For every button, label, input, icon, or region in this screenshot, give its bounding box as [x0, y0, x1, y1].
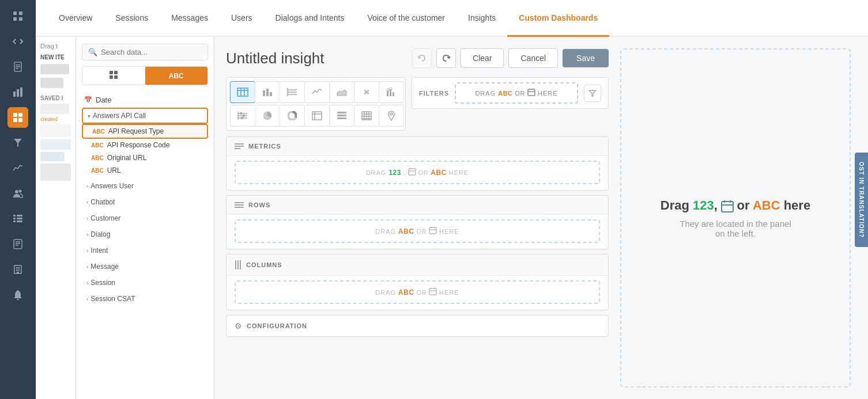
donut-chart-btn[interactable] — [280, 105, 305, 127]
filters-drag-zone[interactable]: DRAG ABC OR HERE — [455, 82, 578, 104]
drag-abc-label-filter: DRAG — [475, 90, 496, 97]
dialog-group: › Dialog — [82, 227, 208, 241]
dialog-header[interactable]: › Dialog — [82, 227, 208, 241]
session-csat-label: Session CSAT — [90, 295, 135, 303]
url-item[interactable]: ABC URL — [82, 164, 208, 177]
svg-rect-70 — [337, 117, 346, 119]
sidebar-icon-bell[interactable] — [7, 284, 28, 305]
svg-rect-10 — [20, 88, 22, 97]
pie-chart-btn[interactable] — [255, 105, 280, 127]
date-header[interactable]: 📅 Date — [82, 92, 208, 108]
answers-api-call-label: Answers API Call — [93, 112, 146, 120]
search-bar[interactable]: 🔍 — [82, 44, 208, 60]
table-chart-btn[interactable] — [230, 81, 255, 103]
sidebar-icon-report[interactable] — [7, 56, 28, 77]
svg-rect-23 — [14, 240, 22, 249]
rows-drag-zone[interactable]: DRAG ABC OR HERE — [235, 219, 600, 243]
original-url-item[interactable]: ABC Original URL — [82, 151, 208, 164]
filters-label: FILTERS — [419, 90, 449, 97]
nav-sessions[interactable]: Sessions — [104, 0, 160, 37]
map-chart-btn[interactable] — [379, 105, 404, 127]
flat-chart-btn[interactable] — [354, 105, 379, 127]
stacked-chart-btn[interactable] — [280, 81, 305, 103]
answers-user-header[interactable]: › Answers User — [82, 179, 208, 193]
drop-panel: Drag 123, or ABC here They are located i… — [620, 48, 851, 387]
chatbot-header[interactable]: › Chatbot — [82, 195, 208, 209]
dot-chart-btn[interactable] — [230, 105, 255, 127]
nav-custom-dashboards[interactable]: Custom Dashboards — [507, 0, 609, 37]
svg-rect-14 — [18, 118, 22, 122]
line-chart-btn[interactable] — [304, 81, 330, 103]
clear-button[interactable]: Clear — [461, 48, 504, 68]
redo-button[interactable] — [436, 48, 456, 68]
sidebar-icon-funnel[interactable] — [7, 132, 28, 153]
session-csat-header[interactable]: › Session CSAT — [82, 292, 208, 306]
session-header[interactable]: › Session — [82, 276, 208, 290]
combo-chart-btn[interactable] — [379, 81, 404, 103]
metrics-drag-zone[interactable]: DRAG 123 , OR ABC HERE — [235, 161, 600, 184]
nav-overview[interactable]: Overview — [47, 0, 104, 37]
table-type-btn[interactable] — [82, 67, 145, 85]
cancel-button[interactable]: Cancel — [508, 48, 558, 68]
abc-type-btn[interactable]: ABC — [145, 67, 208, 85]
nav-dialogs-intents[interactable]: Dialogs and Intents — [264, 0, 356, 37]
rows-header: ROWS — [227, 196, 608, 215]
drag-cal-cols — [429, 287, 437, 297]
sidebar — [0, 0, 36, 399]
metrics-header: METRICS — [227, 137, 608, 156]
svg-rect-42 — [263, 90, 265, 96]
svg-rect-28 — [16, 267, 18, 269]
sidebar-icon-logs[interactable] — [7, 234, 28, 254]
svg-rect-12 — [18, 113, 22, 117]
sidebar-icon-building[interactable] — [7, 259, 28, 280]
drag-text-cols: DRAG — [375, 289, 396, 296]
sidebar-icon-users[interactable] — [7, 183, 28, 204]
sidebar-icon-list[interactable] — [7, 208, 28, 229]
message-label: Message — [90, 263, 119, 271]
drag-comma-metrics: , — [403, 169, 406, 177]
svg-point-60 — [240, 113, 242, 115]
svg-rect-32 — [17, 272, 19, 273]
answers-api-call-header[interactable]: ▾ Answers API Call — [82, 108, 208, 124]
bar-chart-btn[interactable] — [255, 81, 280, 103]
nav-users[interactable]: Users — [220, 0, 264, 37]
filter-options-btn[interactable] — [584, 85, 601, 102]
pivot-chart-btn[interactable] — [304, 105, 330, 127]
intent-label: Intent — [90, 246, 108, 254]
search-input[interactable] — [101, 48, 202, 56]
columns-drag-zone[interactable]: DRAG ABC OR HERE — [235, 280, 600, 304]
api-response-code-item[interactable]: ABC API Response Code — [82, 139, 208, 151]
scatter-chart-btn[interactable] — [354, 81, 379, 103]
lost-in-translation-tab[interactable]: OST IN TRANSLATION? — [855, 152, 868, 246]
mini-row-4 — [40, 164, 71, 181]
sidebar-icon-custom-dashboard[interactable] — [7, 107, 28, 128]
configuration-header[interactable]: ⚙ CONFIGURATION — [227, 316, 608, 336]
api-request-type-item[interactable]: ABC API Request Type — [82, 124, 208, 139]
intent-header[interactable]: › Intent — [82, 244, 208, 257]
sidebar-icon-line-chart[interactable] — [7, 158, 28, 178]
svg-rect-3 — [19, 17, 22, 21]
save-button[interactable]: Save — [563, 49, 609, 67]
nav-voice-customer[interactable]: Voice of the customer — [356, 0, 456, 37]
svg-rect-0 — [13, 12, 17, 15]
sidebar-icon-grid[interactable] — [7, 6, 28, 26]
sidebar-icon-code[interactable] — [7, 31, 28, 52]
drop-message-sub-2: on the left. — [661, 229, 810, 238]
customer-header[interactable]: › Customer — [82, 211, 208, 225]
original-url-label: Original URL — [107, 154, 147, 162]
chevron-right-icon-3: › — [86, 215, 88, 222]
nav-insights[interactable]: Insights — [456, 0, 507, 37]
list-chart-btn[interactable] — [329, 105, 354, 127]
svg-rect-20 — [17, 218, 22, 219]
svg-rect-22 — [17, 221, 22, 222]
svg-point-61 — [243, 115, 245, 117]
sidebar-icon-chart[interactable] — [7, 82, 28, 102]
undo-button[interactable] — [412, 48, 432, 68]
area-chart-btn[interactable] — [329, 81, 354, 103]
svg-rect-30 — [16, 269, 18, 271]
svg-rect-17 — [13, 215, 16, 216]
message-header[interactable]: › Message — [82, 260, 208, 273]
nav-messages[interactable]: Messages — [160, 0, 220, 37]
svg-point-78 — [390, 113, 393, 115]
svg-rect-5 — [16, 64, 20, 66]
